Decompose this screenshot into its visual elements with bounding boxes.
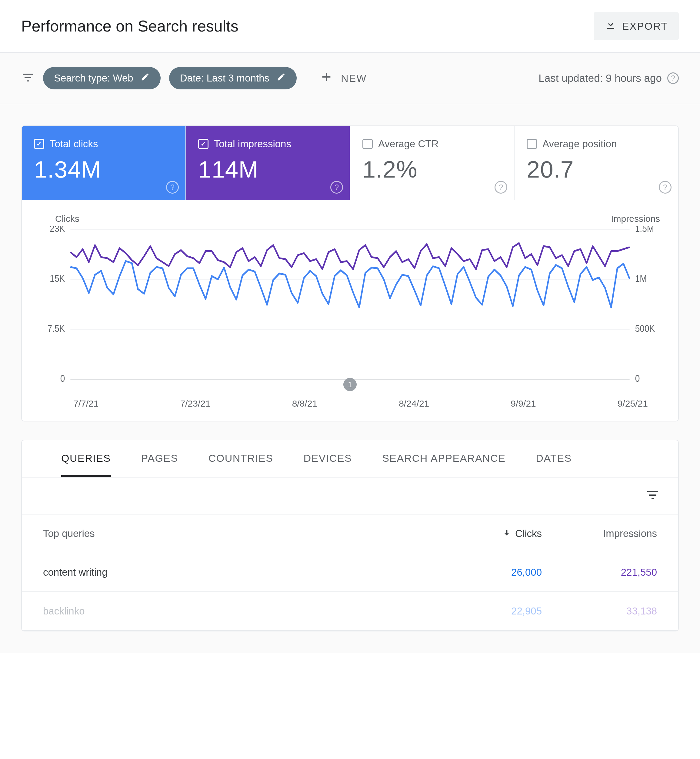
dimensions-card: QUERIESPAGESCOUNTRIESDEVICESSEARCH APPEA…: [21, 440, 679, 631]
export-button[interactable]: EXPORT: [594, 12, 679, 40]
x-tick: 7/7/21: [73, 398, 98, 409]
metric-label: Average position: [542, 138, 617, 150]
filter-bar: Search type: Web Date: Last 3 months NEW…: [0, 53, 700, 104]
table-filter-icon[interactable]: [645, 488, 660, 504]
td-clicks: 22,905: [427, 605, 542, 617]
td-query: content writing: [43, 567, 427, 578]
table-row[interactable]: content writing26,000221,550: [22, 553, 678, 592]
tab-dates[interactable]: DATES: [536, 452, 572, 477]
metric-total-impressions[interactable]: Total impressions 114M ?: [186, 126, 350, 200]
td-query: backlinko: [43, 605, 427, 617]
tab-countries[interactable]: COUNTRIES: [208, 452, 273, 477]
table-body: content writing26,000221,550backlinko22,…: [22, 553, 678, 631]
pencil-icon: [141, 72, 150, 84]
page-header: Performance on Search results EXPORT: [0, 0, 700, 53]
x-tick: 8/8/21: [292, 398, 317, 409]
metric-label: Total clicks: [50, 138, 98, 150]
chip-search-type[interactable]: Search type: Web: [43, 67, 161, 89]
export-label: EXPORT: [622, 20, 668, 32]
chip-date-range[interactable]: Date: Last 3 months: [169, 67, 297, 89]
page-title: Performance on Search results: [21, 17, 239, 35]
metrics-row: Total clicks 1.34M ? Total impressions 1…: [22, 126, 678, 200]
help-icon[interactable]: ?: [495, 181, 507, 194]
svg-text:15K: 15K: [50, 273, 65, 284]
dimension-tabs: QUERIESPAGESCOUNTRIESDEVICESSEARCH APPEA…: [22, 440, 678, 478]
sort-desc-icon: [502, 528, 511, 539]
td-clicks: 26,000: [427, 567, 542, 578]
help-icon[interactable]: ?: [659, 181, 672, 194]
pencil-icon: [277, 72, 286, 84]
x-tick: 8/24/21: [399, 398, 429, 409]
checkbox-icon: [198, 139, 208, 149]
chip-date-label: Date: Last 3 months: [180, 72, 269, 84]
th-impressions[interactable]: Impressions: [542, 528, 657, 539]
checkbox-icon: [34, 139, 44, 149]
metric-label: Total impressions: [214, 138, 291, 150]
metric-value: 20.7: [527, 156, 666, 183]
checkbox-icon: [362, 139, 373, 149]
table-row[interactable]: backlinko22,90533,138: [22, 592, 678, 631]
add-filter-label: NEW: [341, 72, 367, 84]
table-header: Top queries Clicks Impressions: [22, 514, 678, 553]
tab-devices[interactable]: DEVICES: [303, 452, 352, 477]
help-icon[interactable]: ?: [330, 181, 343, 194]
svg-text:1M: 1M: [635, 273, 647, 284]
metric-average-position[interactable]: Average position 20.7 ?: [514, 126, 678, 200]
th-query: Top queries: [43, 528, 427, 539]
tab-search-appearance[interactable]: SEARCH APPEARANCE: [382, 452, 505, 477]
performance-card: Total clicks 1.34M ? Total impressions 1…: [21, 125, 679, 422]
last-updated: Last updated: 9 hours ago ?: [539, 72, 679, 84]
chip-search-type-label: Search type: Web: [54, 72, 133, 84]
svg-text:0: 0: [60, 373, 65, 384]
svg-text:7.5K: 7.5K: [48, 323, 65, 334]
tab-queries[interactable]: QUERIES: [61, 452, 111, 477]
checkbox-icon: [527, 139, 537, 149]
filter-icon[interactable]: [21, 71, 34, 86]
right-axis-title: Impressions: [611, 214, 660, 224]
tab-pages[interactable]: PAGES: [141, 452, 178, 477]
plus-icon: [320, 71, 333, 86]
svg-text:23K: 23K: [50, 226, 65, 234]
metric-value: 1.2%: [362, 156, 502, 183]
x-tick: 7/23/21: [180, 398, 211, 409]
chart-annotation-marker[interactable]: 1: [343, 378, 357, 391]
download-icon: [605, 19, 617, 33]
svg-text:500K: 500K: [635, 323, 655, 334]
th-clicks[interactable]: Clicks: [427, 528, 542, 539]
add-filter-button[interactable]: NEW: [311, 65, 376, 92]
th-clicks-label: Clicks: [515, 528, 542, 539]
x-axis-ticks: 7/7/217/23/218/8/218/24/219/9/219/25/21: [37, 389, 663, 409]
metric-total-clicks[interactable]: Total clicks 1.34M ?: [22, 126, 186, 200]
table-toolbar: [22, 478, 678, 514]
metric-value: 114M: [198, 156, 338, 183]
left-axis-title: Clicks: [55, 214, 80, 224]
metric-average-ctr[interactable]: Average CTR 1.2% ?: [350, 126, 514, 200]
td-impressions: 221,550: [542, 567, 657, 578]
x-tick: 9/9/21: [511, 398, 536, 409]
svg-text:0: 0: [635, 373, 640, 384]
svg-text:1.5M: 1.5M: [635, 226, 654, 234]
help-icon[interactable]: ?: [166, 181, 179, 194]
help-icon[interactable]: ?: [667, 72, 679, 84]
td-impressions: 33,138: [542, 605, 657, 617]
x-tick: 9/25/21: [617, 398, 648, 409]
metric-value: 1.34M: [34, 156, 173, 183]
metric-label: Average CTR: [378, 138, 439, 150]
performance-chart: 23K1.5M15K1M7.5K500K00: [37, 226, 663, 389]
last-updated-text: Last updated: 9 hours ago: [539, 72, 662, 84]
chart-area: Clicks Impressions 23K1.5M15K1M7.5K500K0…: [22, 200, 678, 421]
